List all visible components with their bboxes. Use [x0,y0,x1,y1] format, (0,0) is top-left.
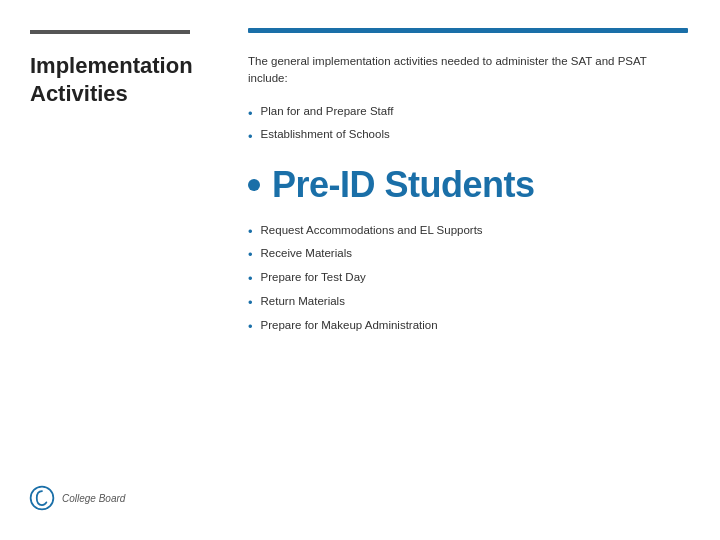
slide: Implementation Activities College Board … [0,0,720,540]
bullet-text: Establishment of Schools [261,125,390,145]
bullet-icon: • [248,103,253,125]
list-item: • Plan for and Prepare Staff [248,102,688,125]
bullet-icon: • [248,268,253,291]
slide-title: Implementation Activities [30,52,196,107]
right-panel: The general implementation activities ne… [220,0,720,540]
bullet-text: Prepare for Makeup Administration [261,315,438,335]
list-item: • Receive Materials [248,243,688,267]
list-item: • Request Accommodations and EL Supports [248,220,688,244]
bullet-text: Receive Materials [261,243,352,263]
bullet-icon: • [248,292,253,315]
bottom-bullet-list: • Request Accommodations and EL Supports… [248,220,688,339]
bullet-icon: • [248,316,253,339]
svg-point-0 [31,487,54,510]
pre-id-heading: Pre-ID Students [272,164,535,206]
college-board-logo: College Board [28,484,125,512]
left-panel: Implementation Activities College Board [0,0,220,540]
left-title-bar [30,30,190,34]
bullet-text: Plan for and Prepare Staff [261,102,394,122]
intro-text: The general implementation activities ne… [248,53,688,88]
list-item: • Establishment of Schools [248,125,688,148]
top-bullet-list: • Plan for and Prepare Staff • Establish… [248,102,688,148]
collegeboard-icon [28,484,56,512]
bullet-text: Return Materials [261,291,345,311]
list-item: • Return Materials [248,291,688,315]
list-item: • Prepare for Makeup Administration [248,315,688,339]
bullet-icon: • [248,126,253,148]
pre-id-bullet-icon [248,179,260,191]
bullet-text: Request Accommodations and EL Supports [261,220,483,240]
bullet-icon: • [248,244,253,267]
top-accent-bar [248,28,688,33]
pre-id-heading-row: Pre-ID Students [248,164,688,206]
list-item: • Prepare for Test Day [248,267,688,291]
bullet-icon: • [248,221,253,244]
bullet-text: Prepare for Test Day [261,267,366,287]
logo-text: College Board [62,493,125,504]
